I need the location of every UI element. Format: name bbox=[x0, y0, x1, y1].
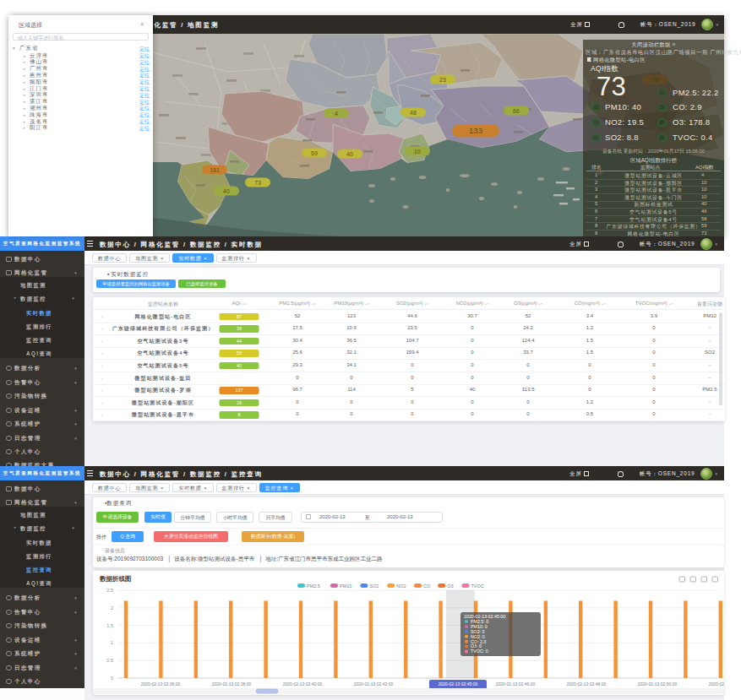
svg-text:2020-02-13 02:42:00: 2020-02-13 02:42:00 bbox=[354, 681, 394, 686]
svg-text:TVOC: 0: TVOC: 0 bbox=[471, 648, 488, 654]
svg-text:O3: O3 bbox=[447, 583, 453, 589]
svg-text:40: 40 bbox=[223, 188, 230, 194]
svg-text:181: 181 bbox=[210, 167, 220, 173]
svg-text:1.5: 1.5 bbox=[106, 623, 113, 628]
svg-text:数据折线图: 数据折线图 bbox=[99, 575, 132, 583]
svg-text:1: 1 bbox=[111, 640, 113, 645]
svg-text:66: 66 bbox=[513, 108, 520, 114]
svg-text:2020-02-13 02:36:00: 2020-02-13 02:36:00 bbox=[141, 681, 181, 686]
svg-text:2020-02-13 02:45:00: 2020-02-13 02:45:00 bbox=[439, 681, 478, 686]
svg-text:NO2: NO2 bbox=[396, 583, 406, 589]
svg-text:2020-02-13 02:46:00: 2020-02-13 02:46:00 bbox=[496, 681, 536, 686]
svg-text:59: 59 bbox=[311, 150, 318, 156]
svg-text:48: 48 bbox=[410, 110, 417, 116]
svg-text:10: 10 bbox=[414, 149, 421, 155]
svg-text:2.5: 2.5 bbox=[106, 588, 113, 593]
svg-text:PM2.5: PM2.5 bbox=[307, 583, 320, 589]
svg-text:23: 23 bbox=[439, 77, 446, 83]
svg-text:0: 0 bbox=[111, 676, 113, 681]
svg-text:2020-02-13 02:48:00: 2020-02-13 02:48:00 bbox=[567, 681, 607, 686]
svg-text:2020-02-13 02:40:00: 2020-02-13 02:40:00 bbox=[283, 681, 323, 686]
svg-text:73: 73 bbox=[254, 180, 261, 186]
svg-text:2: 2 bbox=[111, 605, 113, 610]
svg-text:CO: CO bbox=[423, 583, 431, 589]
svg-text:PM10: PM10 bbox=[340, 583, 351, 589]
svg-text:2020-02-13 02:50:00: 2020-02-13 02:50:00 bbox=[638, 681, 678, 686]
svg-text:0.5: 0.5 bbox=[106, 658, 113, 663]
svg-text:133: 133 bbox=[469, 126, 482, 135]
svg-text:2020-02-13 02:38:00: 2020-02-13 02:38:00 bbox=[212, 681, 252, 686]
svg-text:4: 4 bbox=[335, 111, 338, 117]
svg-text:SO2: SO2 bbox=[369, 583, 379, 589]
svg-text:2020-02-13 02:52:00: 2020-02-13 02:52:00 bbox=[709, 681, 724, 686]
svg-text:40: 40 bbox=[346, 151, 353, 157]
svg-text:TVOC: TVOC bbox=[471, 583, 483, 589]
